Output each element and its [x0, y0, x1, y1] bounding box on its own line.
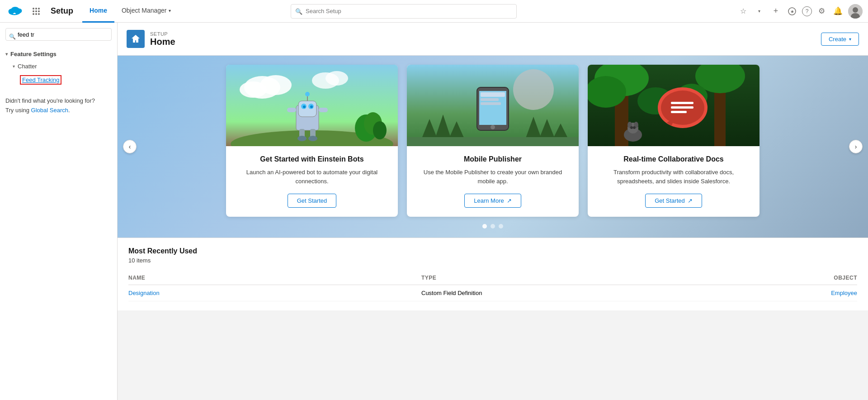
add-icon[interactable]: +: [769, 5, 782, 18]
nav-tabs: Home Object Manager ▾: [82, 0, 178, 22]
carousel-dots: [140, 224, 845, 229]
user-avatar[interactable]: [848, 4, 863, 19]
svg-point-13: [35, 13, 37, 15]
card-image-einstein: [226, 65, 398, 146]
chevron-down-icon: ▾: [849, 37, 851, 42]
top-nav-icons: ☆ ▾ + ★ ? ⚙ 🔔: [737, 4, 863, 19]
table-header: NAME TYPE OBJECT: [128, 271, 857, 285]
app-launcher-button[interactable]: [29, 4, 43, 19]
recently-used-section: Most Recently Used 10 items NAME TYPE OB…: [118, 238, 868, 310]
svg-point-7: [35, 8, 37, 10]
svg-rect-39: [319, 108, 328, 112]
svg-point-25: [326, 71, 348, 86]
carousel-card-mobile: Mobile Publisher Use the Mobile Publishe…: [407, 65, 579, 217]
carousel-cards: Get Started with Einstein Bots Launch an…: [140, 65, 845, 217]
sidebar-help-text: Didn't find what you're looking for? Try…: [0, 89, 117, 123]
setup-label-small: SETUP: [150, 31, 175, 37]
gear-icon[interactable]: ⚙: [816, 5, 828, 18]
setup-title: Setup: [51, 6, 73, 16]
card-content-mobile: Mobile Publisher Use the Mobile Publishe…: [407, 146, 579, 217]
svg-text:☁: ☁: [13, 11, 16, 14]
svg-rect-52: [407, 137, 579, 146]
carousel-card-docs: Real-time Collaborative Docs Transform p…: [588, 65, 760, 217]
sidebar-item-chatter[interactable]: ▾ Chatter: [0, 60, 117, 72]
favorites-icon[interactable]: ☆: [737, 5, 750, 18]
bell-icon[interactable]: 🔔: [832, 5, 844, 18]
svg-point-43: [308, 136, 317, 141]
employee-link[interactable]: Employee: [831, 290, 857, 296]
create-button[interactable]: Create ▾: [821, 33, 859, 46]
col-header-object: OBJECT: [714, 275, 857, 281]
svg-point-58: [491, 125, 495, 129]
card-title-mobile: Mobile Publisher: [464, 155, 522, 163]
svg-rect-38: [287, 108, 296, 112]
setup-home-header: SETUP Home Create ▾: [118, 23, 868, 56]
card-desc-mobile: Use the Mobile Publisher to create your …: [416, 168, 570, 186]
svg-point-6: [33, 8, 34, 10]
tab-home[interactable]: Home: [82, 0, 114, 23]
table-row: Designation Custom Field Definition Empl…: [128, 285, 857, 301]
external-link-icon: ↗: [507, 197, 512, 204]
svg-rect-71: [671, 111, 687, 113]
feed-tracking-link[interactable]: Feed Tracking: [20, 75, 61, 85]
svg-point-37: [305, 92, 310, 96]
svg-point-10: [35, 10, 37, 12]
svg-rect-56: [481, 98, 499, 101]
col-header-type: TYPE: [421, 275, 714, 281]
carousel-card-einstein: Get Started with Einstein Bots Launch an…: [226, 65, 398, 217]
external-link-icon: ↗: [688, 197, 693, 204]
carousel-dot-1[interactable]: [482, 224, 487, 229]
svg-rect-55: [481, 92, 505, 97]
svg-point-77: [630, 126, 633, 129]
page-title: Home: [150, 37, 175, 47]
svg-rect-31: [298, 101, 316, 117]
sidebar-search-input[interactable]: feed tr: [5, 28, 112, 41]
card-btn-docs[interactable]: Get Started ↗: [645, 194, 702, 208]
card-btn-einstein[interactable]: Get Started: [288, 194, 336, 208]
svg-point-11: [38, 10, 40, 12]
svg-rect-69: [671, 102, 693, 104]
sidebar-item-feature-settings[interactable]: ▾ Feature Settings: [0, 48, 117, 60]
setup-home-labels: SETUP Home: [150, 31, 175, 47]
help-icon[interactable]: ?: [802, 6, 812, 16]
row-object: Employee: [714, 290, 857, 296]
svg-rect-57: [481, 102, 501, 105]
svg-point-35: [310, 105, 313, 108]
carousel-container: ‹: [118, 56, 868, 238]
card-title-docs: Real-time Collaborative Docs: [623, 155, 723, 163]
global-search-link[interactable]: Global Search: [31, 107, 68, 114]
designation-link[interactable]: Designation: [128, 290, 160, 296]
col-header-name: NAME: [128, 275, 421, 281]
chevron-down-icon: ▾: [13, 64, 15, 69]
sidebar: 🔍 feed tr ▾ Feature Settings ▾ Chatter F…: [0, 23, 118, 400]
svg-point-14: [38, 13, 40, 15]
svg-point-34: [303, 105, 306, 108]
card-btn-mobile[interactable]: Learn More ↗: [464, 194, 521, 208]
sidebar-feature-settings-section: ▾ Feature Settings ▾ Chatter Feed Tracki…: [0, 46, 117, 89]
svg-point-42: [297, 136, 307, 141]
svg-point-9: [33, 10, 34, 12]
svg-rect-70: [671, 106, 693, 109]
sidebar-search-icon: 🔍: [9, 33, 16, 40]
sidebar-search-container: 🔍 feed tr: [0, 28, 117, 46]
svg-point-12: [33, 13, 34, 15]
carousel-prev-button[interactable]: ‹: [123, 140, 137, 153]
svg-point-8: [38, 8, 40, 10]
carousel-dot-2[interactable]: [491, 224, 495, 229]
tab-object-manager[interactable]: Object Manager ▾: [114, 0, 178, 23]
carousel-next-button[interactable]: ›: [849, 140, 863, 153]
chevron-down-icon: ▾: [169, 8, 171, 13]
card-title-einstein: Get Started with Einstein Bots: [260, 155, 363, 163]
sidebar-item-feed-tracking[interactable]: Feed Tracking: [0, 72, 117, 87]
carousel-dot-3[interactable]: [499, 224, 503, 229]
trailhead-icon[interactable]: ★: [786, 5, 798, 18]
svg-text:★: ★: [790, 9, 794, 14]
search-bar: 🔍: [291, 4, 517, 19]
favorites-dropdown-icon[interactable]: ▾: [753, 5, 766, 18]
card-desc-docs: Transform productivity with collaborativ…: [597, 168, 750, 186]
salesforce-logo[interactable]: ☁: [5, 4, 24, 18]
search-input[interactable]: [291, 4, 517, 19]
recently-used-title: Most Recently Used: [128, 247, 857, 255]
top-navigation: ☁ Setup Home Object Manager ▾ 🔍 ☆ ▾: [0, 0, 868, 23]
search-icon: 🔍: [295, 8, 302, 14]
